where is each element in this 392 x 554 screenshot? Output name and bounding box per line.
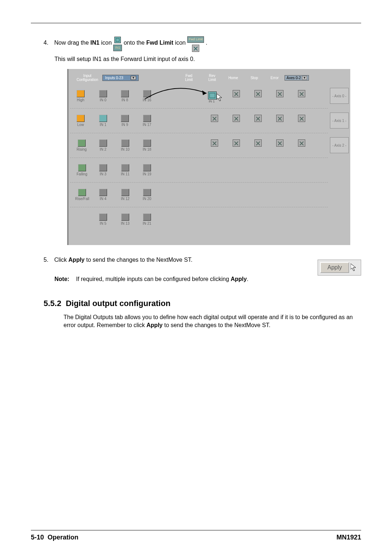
falling-icon[interactable] xyxy=(78,164,86,171)
x-box-icon xyxy=(192,45,199,52)
cell-in13[interactable]: IN 13 xyxy=(121,213,130,225)
rev-limit-slot-axis0[interactable] xyxy=(233,90,240,98)
cell-in18[interactable]: IN 18 xyxy=(143,139,151,151)
cell-in20[interactable]: IN 20 xyxy=(143,189,151,201)
axis-1-box[interactable]: - Axis 1 - xyxy=(330,113,349,129)
in21-label: IN 21 xyxy=(143,221,151,225)
stop-slot-axis1[interactable] xyxy=(276,115,283,123)
step-4-text-2: icon xyxy=(101,40,113,46)
footer-right: MN1921 xyxy=(336,534,361,541)
error-slot-axis1[interactable] xyxy=(298,115,305,123)
note-text-1: If required, multiple inputs can be conf… xyxy=(76,276,230,282)
cursor-icon xyxy=(351,264,359,272)
hdr-line1: Input xyxy=(77,74,98,78)
rev-limit-slot-axis2[interactable] xyxy=(233,139,240,147)
stop-slot-axis0[interactable] xyxy=(276,90,283,98)
axis-0-box[interactable]: - Axis 0 - xyxy=(330,88,349,104)
empty-slot-icon xyxy=(211,139,218,147)
in9-label: IN 9 xyxy=(122,123,128,127)
risefall-icon[interactable] xyxy=(78,189,86,196)
home-slot-axis0[interactable] xyxy=(254,90,262,98)
top-rule xyxy=(31,23,361,23)
in1-label: IN 1 xyxy=(100,123,106,127)
input-icon xyxy=(99,164,107,171)
in8-label: IN 8 xyxy=(122,98,128,102)
cell-in10[interactable]: IN 10 xyxy=(121,139,130,151)
cell-in1[interactable]: IN 1 xyxy=(99,115,107,127)
chevron-down-icon: ▼ xyxy=(302,76,307,80)
input-icon xyxy=(99,139,107,147)
step-4: 4. Now drag the IN1 icon IN1 onto the Fw… xyxy=(44,34,361,52)
stop-slot-axis2[interactable] xyxy=(276,139,283,147)
footer-left: 5-10 Operation xyxy=(31,534,78,541)
hdr-line2: Configuration xyxy=(77,78,98,82)
axes-dropdown[interactable]: Axes 0-2 ▼ xyxy=(285,75,309,81)
inputs-dropdown-value: Inputs 0-23 xyxy=(105,76,123,80)
cell-in11[interactable]: IN 11 xyxy=(121,164,130,176)
step-4-text-1: Now drag the xyxy=(54,40,90,46)
rising-icon[interactable] xyxy=(78,139,86,147)
cursor-icon xyxy=(217,94,225,102)
cell-in12[interactable]: IN 12 xyxy=(121,189,130,201)
content-area: 4. Now drag the IN1 icon IN1 onto the Fw… xyxy=(31,34,361,330)
in1-icon-inline: IN1 xyxy=(113,35,122,51)
fwdlimit-label-badge: Fwd Limit xyxy=(187,36,204,43)
in11-label: IN 11 xyxy=(121,172,130,176)
note-apply-bold: Apply xyxy=(230,276,246,282)
in4-label: IN 4 xyxy=(100,197,106,201)
empty-slot-icon xyxy=(276,139,283,147)
input-icon xyxy=(143,139,151,147)
fwd-limit-slot-axis2[interactable] xyxy=(211,139,218,147)
chapter-title: Operation xyxy=(48,534,78,541)
cell-in8[interactable]: IN 8 xyxy=(121,90,129,102)
col-fwd-limit: FwdLimit xyxy=(182,74,195,82)
home-slot-axis1[interactable] xyxy=(254,115,262,123)
empty-slot-icon xyxy=(298,139,305,147)
cell-in9[interactable]: IN 9 xyxy=(121,115,129,127)
dragged-in1-label: IN 1 xyxy=(209,99,215,103)
axis-2-box[interactable]: - Axis 2 - xyxy=(330,137,349,153)
cell-in0[interactable]: IN 0 xyxy=(99,90,107,102)
step-4-fwd-bold: Fwd Limit xyxy=(146,40,173,46)
col-error: Error xyxy=(268,76,281,80)
in0-label: IN 0 xyxy=(100,98,106,102)
col-home: Home xyxy=(226,76,240,80)
risefall-text: Rise/Fall xyxy=(75,197,89,201)
rev-limit-slot-axis1[interactable] xyxy=(233,115,240,123)
cell-in2[interactable]: IN 2 xyxy=(99,139,107,151)
row-low-label: Low xyxy=(77,115,85,127)
high-icon[interactable] xyxy=(77,90,85,97)
error-slot-axis0[interactable] xyxy=(298,90,305,98)
cell-in21[interactable]: IN 21 xyxy=(143,213,151,225)
apply-button-screenshot: Apply xyxy=(318,260,361,276)
fwdlimit-icon-inline: Fwd Limit xyxy=(187,34,204,52)
step-4-in1-bold: IN1 xyxy=(90,40,99,46)
home-slot-axis2[interactable] xyxy=(254,139,262,147)
in1-label-badge: IN1 xyxy=(113,45,122,51)
empty-slot-icon xyxy=(298,90,305,97)
note-period: . xyxy=(247,276,248,282)
row-high-label: High xyxy=(77,90,85,102)
col-stop: Stop xyxy=(248,76,261,80)
step-4-text-3: onto the xyxy=(124,40,146,46)
inputs-dropdown[interactable]: Inputs 0-23 ▼ xyxy=(102,75,139,81)
header-input-config-label: Input Configuration xyxy=(77,74,98,82)
step-5-text-1: Click xyxy=(54,257,68,263)
dragged-in1-icon xyxy=(208,91,217,99)
drag-arrow xyxy=(134,86,217,126)
empty-slot-icon xyxy=(233,139,240,147)
step-5-text-2: to send the changes to the NextMove ST. xyxy=(85,257,192,263)
rising-text: Rising xyxy=(77,147,87,151)
apply-button[interactable]: Apply xyxy=(320,262,349,273)
cell-in5[interactable]: IN 5 xyxy=(99,213,107,225)
in13-label: IN 13 xyxy=(121,221,130,225)
cell-in19[interactable]: IN 19 xyxy=(143,164,151,176)
in1-square-icon xyxy=(114,37,121,43)
error-slot-axis2[interactable] xyxy=(298,139,305,147)
low-icon[interactable] xyxy=(77,115,85,122)
in20-label: IN 20 xyxy=(143,197,151,201)
page-number: 5-10 xyxy=(31,534,44,541)
cell-in3[interactable]: IN 3 xyxy=(99,164,107,176)
cell-in4[interactable]: IN 4 xyxy=(99,189,107,201)
empty-slot-icon xyxy=(254,115,262,122)
